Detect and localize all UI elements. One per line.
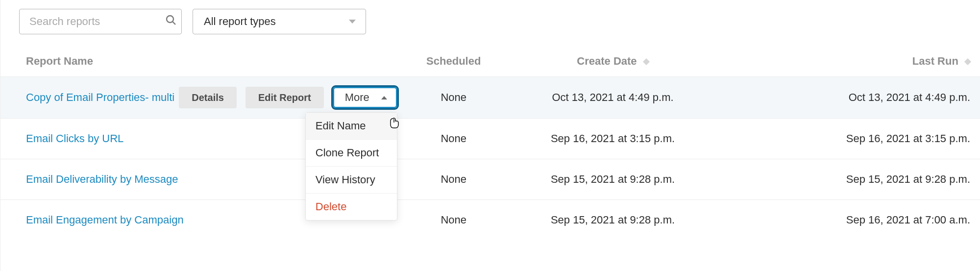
more-button[interactable]: More — [333, 87, 397, 108]
col-header-name[interactable]: Report Name — [0, 48, 402, 77]
search-icon — [165, 14, 177, 29]
cell-lastrun: Sep 16, 2021 at 7:00 a.m. — [720, 200, 980, 241]
sort-icon — [964, 58, 971, 65]
report-link[interactable]: Email Deliverability by Message — [26, 173, 178, 185]
cell-scheduled: None — [402, 119, 505, 159]
chevron-up-icon — [381, 96, 387, 99]
menu-item-view-history[interactable]: View History — [306, 167, 397, 194]
cell-scheduled: None — [402, 200, 505, 241]
report-link[interactable]: Copy of Email Properties- multi — [26, 91, 174, 104]
cell-lastrun: Sep 16, 2021 at 3:15 p.m. — [720, 119, 980, 159]
toolbar: All report types — [0, 9, 980, 48]
report-type-filter[interactable]: All report types — [193, 9, 366, 34]
table-row: Email Engagement by Campaign None Sep 15… — [0, 200, 980, 241]
svg-point-0 — [167, 16, 173, 23]
search-input-wrap[interactable] — [19, 9, 182, 34]
chevron-down-icon — [349, 20, 356, 24]
cell-scheduled: None — [402, 159, 505, 200]
cell-created: Sep 15, 2021 at 9:28 p.m. — [505, 200, 721, 241]
menu-item-edit-name[interactable]: Edit Name — [306, 113, 397, 140]
table-row: Copy of Email Properties- multi Details … — [0, 77, 980, 119]
report-type-filter-label: All report types — [204, 15, 276, 28]
sort-icon — [643, 58, 650, 65]
cell-lastrun: Sep 15, 2021 at 9:28 p.m. — [720, 159, 980, 200]
search-input[interactable] — [28, 15, 165, 28]
report-link[interactable]: Email Clicks by URL — [26, 132, 123, 145]
row-actions: Details Edit Report More Edit Name — [179, 87, 397, 108]
cell-scheduled: None — [402, 77, 505, 119]
col-header-lastrun-label: Last Run — [912, 55, 958, 67]
table-header-row: Report Name Scheduled Create Date Last R… — [0, 48, 980, 77]
report-link[interactable]: Email Engagement by Campaign — [26, 214, 184, 226]
cell-created: Sep 16, 2021 at 3:15 p.m. — [505, 119, 721, 159]
menu-item-clone-report[interactable]: Clone Report — [306, 140, 397, 167]
table-row: Email Clicks by URL None Sep 16, 2021 at… — [0, 119, 980, 159]
menu-item-label: Edit Name — [316, 120, 366, 132]
col-header-created-label: Create Date — [577, 55, 637, 67]
reports-page: All report types Report Name Scheduled C… — [0, 0, 980, 271]
col-header-created[interactable]: Create Date — [505, 48, 721, 77]
cell-created: Oct 13, 2021 at 4:49 p.m. — [505, 77, 721, 119]
edit-report-button[interactable]: Edit Report — [245, 87, 324, 108]
svg-line-1 — [173, 22, 176, 25]
reports-table: Report Name Scheduled Create Date Last R… — [0, 48, 980, 240]
cell-lastrun: Oct 13, 2021 at 4:49 p.m. — [720, 77, 980, 119]
more-menu: Edit Name Clone Report View History — [305, 112, 397, 221]
cell-created: Sep 15, 2021 at 9:28 p.m. — [505, 159, 721, 200]
details-button[interactable]: Details — [179, 87, 237, 108]
menu-item-delete[interactable]: Delete — [306, 194, 397, 220]
col-header-lastrun[interactable]: Last Run — [720, 48, 980, 77]
table-row: Email Deliverability by Message None Sep… — [0, 159, 980, 200]
more-button-label: More — [345, 91, 369, 104]
col-header-scheduled[interactable]: Scheduled — [402, 48, 505, 77]
